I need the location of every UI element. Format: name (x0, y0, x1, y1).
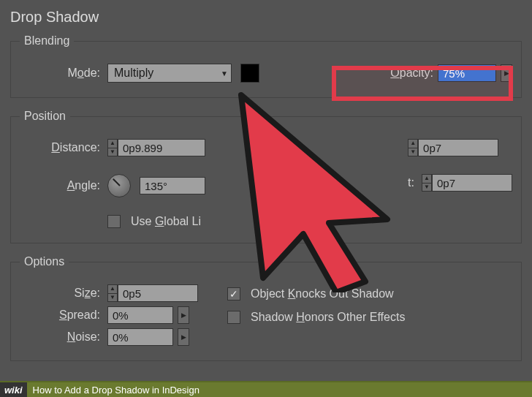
position-group: Position Distance: ▲▼ Angle: Use (10, 110, 522, 243)
opacity-label: Opacity: (390, 67, 433, 80)
distance-label: Distance: (20, 141, 100, 154)
use-global-light-label: Use Global Li (131, 215, 201, 228)
opacity-flyout-button[interactable]: ▶ (501, 64, 512, 82)
y-offset-spinner[interactable]: ▲▼ (422, 174, 432, 192)
x-offset-spinner[interactable]: ▲▼ (408, 139, 418, 156)
options-legend: Options (20, 255, 69, 268)
honors-effects-label: Shadow Honors Other Effects (251, 311, 405, 324)
distance-spinner[interactable]: ▲▼ (107, 139, 118, 156)
drop-shadow-panel: Drop Shadow Blending Mode: Multiply ▼ Op… (0, 0, 532, 382)
use-global-light-checkbox[interactable] (107, 215, 121, 228)
y-offset-input[interactable] (432, 174, 512, 192)
knocks-out-checkbox[interactable] (227, 287, 240, 300)
distance-input[interactable] (118, 139, 205, 156)
mode-dropdown[interactable]: Multiply ▼ (107, 64, 232, 83)
footer-bar: wiki How to Add a Drop Shadow in InDesig… (0, 381, 532, 397)
spread-input[interactable] (107, 306, 173, 324)
opacity-input[interactable] (438, 64, 496, 82)
y-offset-label: t: (408, 176, 414, 189)
size-input[interactable] (118, 284, 198, 302)
noise-flyout-button[interactable]: ▶ (178, 328, 189, 346)
mode-label: Mode: (20, 67, 100, 80)
angle-input[interactable] (140, 177, 205, 194)
footer-text: How to Add a Drop Shadow in InDesign (27, 385, 205, 396)
noise-label: Noise: (20, 330, 100, 344)
size-spinner[interactable]: ▲▼ (107, 284, 118, 302)
x-offset-input[interactable] (418, 139, 498, 156)
chevron-down-icon: ▼ (221, 69, 228, 77)
angle-dial[interactable] (107, 174, 131, 197)
shadow-color-swatch[interactable] (240, 64, 259, 83)
blending-group: Blending Mode: Multiply ▼ Opacity: ▶ (10, 34, 522, 98)
spread-label: Spread: (20, 309, 100, 322)
panel-title: Drop Shadow (10, 9, 522, 26)
noise-input[interactable] (107, 328, 173, 346)
honors-effects-checkbox[interactable] (227, 311, 240, 324)
blending-legend: Blending (20, 34, 74, 48)
footer-wiki-logo: wiki (0, 382, 27, 397)
options-group: Options Size: ▲▼ Spread: ▶ Noise: (10, 255, 522, 361)
position-legend: Position (20, 110, 70, 123)
angle-label: Angle: (20, 179, 100, 192)
knocks-out-label: Object Knocks Out Shadow (251, 287, 394, 300)
spread-flyout-button[interactable]: ▶ (178, 306, 189, 324)
mode-dropdown-value: Multiply (114, 67, 153, 80)
size-label: Size: (20, 287, 100, 300)
